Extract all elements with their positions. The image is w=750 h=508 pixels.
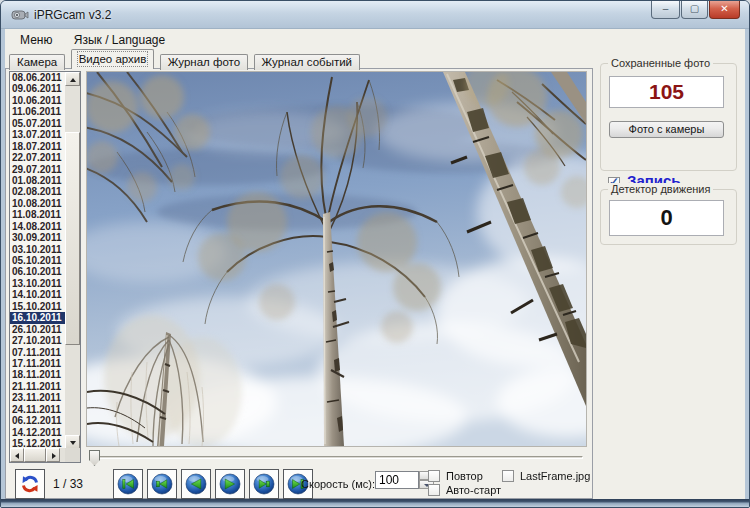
client-area: Меню Язык / Language Камера Видео архив … (5, 29, 745, 499)
speed-label: Скорость (мс): (301, 478, 375, 490)
date-listbox: 08.06.201109.06.201110.06.201111.06.2011… (9, 71, 81, 463)
tab-strip: Камера Видео архив Журнал фото Журнал со… (9, 49, 361, 69)
date-item[interactable]: 01.08.2011 (10, 175, 65, 186)
date-item[interactable]: 11.06.2011 (10, 106, 65, 117)
step-back-button[interactable] (147, 469, 177, 499)
date-item[interactable]: 23.11.2011 (10, 392, 65, 403)
date-item[interactable]: 06.10.2011 (10, 266, 65, 277)
saved-photos-count: 105 (609, 76, 724, 108)
first-frame-button[interactable] (113, 469, 143, 499)
repeat-checkbox[interactable] (428, 470, 440, 482)
autostart-label: Авто-старт (446, 484, 501, 496)
date-item[interactable]: 08.06.2011 (10, 72, 65, 83)
vertical-scrollbar[interactable] (65, 72, 80, 449)
date-item[interactable]: 06.12.2011 (10, 415, 65, 426)
slider-track[interactable] (90, 456, 583, 459)
date-item[interactable]: 03.10.2011 (10, 244, 65, 255)
frame-counter: 1 / 33 (53, 477, 83, 491)
date-list: 08.06.201109.06.201110.06.201111.06.2011… (10, 72, 65, 449)
scroll-left-icon[interactable] (10, 448, 24, 462)
menubar: Меню Язык / Language (5, 29, 745, 51)
date-item[interactable]: 05.10.2011 (10, 255, 65, 266)
tab-photo-log[interactable]: Журнал фото (160, 54, 248, 70)
date-item[interactable]: 09.06.2011 (10, 83, 65, 94)
date-item[interactable]: 17.11.2011 (10, 358, 65, 369)
date-item[interactable]: 18.11.2011 (10, 369, 65, 380)
menu-item-language[interactable]: Язык / Language (65, 29, 174, 51)
scrollbar-corner (65, 448, 80, 462)
refresh-icon (19, 473, 41, 495)
date-item[interactable]: 14.10.2011 (10, 289, 65, 300)
window-title: iPRGcam v3.2 (34, 8, 111, 22)
date-item[interactable]: 14.08.2011 (10, 221, 65, 232)
date-item[interactable]: 26.10.2011 (10, 324, 65, 335)
maximize-button[interactable]: ▢ (681, 1, 708, 19)
scroll-down-icon[interactable] (65, 435, 80, 449)
date-item[interactable]: 18.07.2011 (10, 141, 65, 152)
titlebar[interactable]: iPRGcam v3.2 – ▢ ✕ (1, 1, 749, 29)
video-frame-view (86, 71, 587, 447)
date-item[interactable]: 14.12.2011 (10, 427, 65, 438)
step-forward-icon (252, 472, 276, 496)
date-item[interactable]: 27.10.2011 (10, 335, 65, 346)
tab-camera[interactable]: Камера (9, 54, 65, 70)
date-item[interactable]: 10.08.2011 (10, 198, 65, 209)
camera-app-icon (11, 8, 29, 22)
scroll-up-icon[interactable] (65, 72, 80, 86)
date-item[interactable]: 24.11.2011 (10, 404, 65, 415)
app-window: iPRGcam v3.2 – ▢ ✕ Меню Язык / Language … (0, 0, 750, 508)
play-reverse-icon (184, 472, 208, 496)
window-frame-bottom (1, 499, 749, 507)
minimize-button[interactable]: – (651, 1, 680, 19)
autostart-checkbox[interactable] (428, 484, 440, 496)
saved-photos-group: Сохраненные фото 105 Фото с камеры (600, 63, 737, 171)
vertical-scroll-thumb[interactable] (65, 132, 80, 345)
repeat-label: Повтор (446, 470, 483, 482)
saved-photos-title: Сохраненные фото (608, 57, 713, 69)
motion-detector-title: Детектор движения (608, 183, 713, 195)
date-item[interactable]: 15.10.2011 (10, 301, 65, 312)
date-item[interactable]: 29.07.2011 (10, 164, 65, 175)
tab-video-archive[interactable]: Видео архив (71, 49, 155, 69)
date-item[interactable]: 07.11.2011 (10, 347, 65, 358)
date-item[interactable]: 02.08.2011 (10, 186, 65, 197)
motion-detector-group: Детектор движения 0 (600, 189, 737, 245)
skip-first-icon (116, 472, 140, 496)
play-reverse-button[interactable] (181, 469, 211, 499)
horizontal-scrollbar[interactable] (10, 448, 65, 462)
lastframe-checkbox[interactable] (502, 470, 514, 482)
speed-input[interactable] (375, 471, 419, 489)
slider-thumb[interactable] (89, 450, 100, 466)
play-button[interactable] (215, 469, 245, 499)
date-item[interactable]: 30.09.2011 (10, 232, 65, 243)
date-item[interactable]: 22.07.2011 (10, 152, 65, 163)
date-item[interactable]: 11.08.2011 (10, 209, 65, 220)
date-item[interactable]: 10.06.2011 (10, 95, 65, 106)
step-back-icon (150, 472, 174, 496)
tab-event-log[interactable]: Журнал событий (254, 54, 360, 70)
menu-item-menu[interactable]: Меню (11, 29, 61, 51)
date-item[interactable]: 05.07.2011 (10, 118, 65, 129)
frame-position-slider[interactable] (86, 450, 587, 466)
date-item[interactable]: 16.10.2011 (10, 312, 65, 323)
lastframe-label: LastFrame.jpg (520, 470, 590, 482)
window-frame-right (745, 29, 749, 499)
date-item[interactable]: 21.11.2011 (10, 381, 65, 392)
motion-value: 0 (609, 200, 724, 236)
scroll-right-icon[interactable] (46, 448, 60, 462)
date-item[interactable]: 13.07.2011 (10, 129, 65, 140)
date-item[interactable]: 13.10.2011 (10, 278, 65, 289)
photo-from-camera-button[interactable]: Фото с камеры (609, 121, 724, 138)
horizontal-scroll-thumb[interactable] (24, 448, 46, 462)
play-icon (218, 472, 242, 496)
refresh-button[interactable] (15, 469, 45, 499)
close-button[interactable]: ✕ (709, 1, 740, 19)
step-forward-button[interactable] (249, 469, 279, 499)
